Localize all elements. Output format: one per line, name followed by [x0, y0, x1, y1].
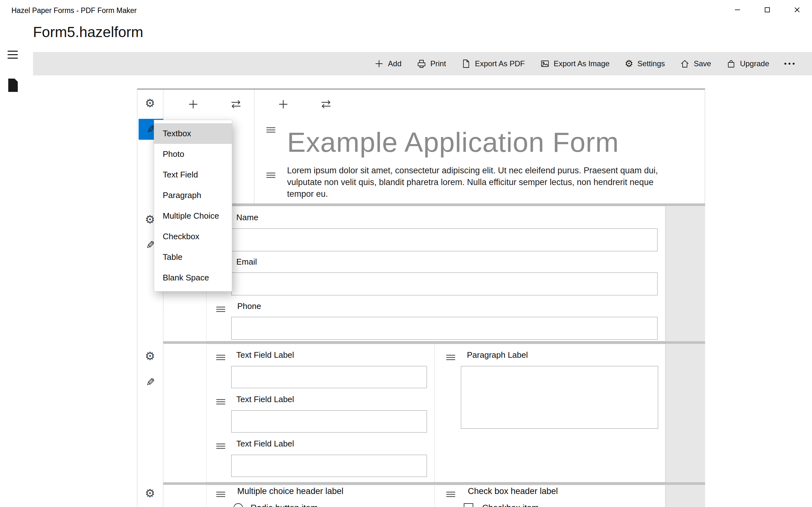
menu-item-photo[interactable]: Photo: [154, 144, 232, 164]
checkbox-icon[interactable]: [464, 503, 473, 507]
gear-icon: ⚙: [145, 98, 155, 109]
menu-item-text-field[interactable]: Text Field: [154, 164, 232, 185]
text-field-3-drag-handle[interactable]: [214, 441, 227, 453]
gear-icon: ⚙: [145, 350, 155, 362]
text-field-2-input[interactable]: [231, 410, 427, 433]
plus-icon: [374, 59, 384, 68]
text-field-2-label: Text Field Label: [236, 394, 294, 404]
window-controls: [722, 0, 812, 21]
reorder-columns-button[interactable]: [320, 99, 333, 111]
swap-arrows-icon: [320, 99, 333, 111]
phone-field-label: Phone: [237, 301, 261, 311]
app-sidebar: i: [0, 21, 26, 507]
phone-input[interactable]: [231, 317, 658, 340]
phone-field-drag-handle[interactable]: [214, 303, 227, 316]
home-icon: [680, 59, 690, 68]
divider: [435, 344, 435, 482]
canvas-margin: [665, 206, 705, 507]
checkbox-group-header: Check box header label: [468, 486, 558, 496]
multiple-choice-drag-handle[interactable]: [214, 489, 227, 501]
settings-button[interactable]: ⚙ Settings: [625, 59, 665, 68]
menu-item-paragraph[interactable]: Paragraph: [154, 185, 232, 206]
menu-item-table[interactable]: Table: [154, 247, 232, 268]
filename-title: Form5.hazelform: [33, 23, 143, 41]
menu-item-textbox[interactable]: Textbox: [154, 123, 232, 144]
paragraph-textarea[interactable]: [461, 366, 658, 429]
text-field-3-input[interactable]: [231, 455, 427, 477]
section-separator: [163, 204, 705, 206]
window-title: Hazel Paper Forms - PDF Form Maker: [11, 6, 137, 15]
form-description-drag-handle[interactable]: [264, 170, 277, 182]
form-title-drag-handle[interactable]: [264, 124, 277, 137]
upgrade-button[interactable]: Upgrade: [726, 59, 769, 68]
menu-item-blank-space[interactable]: Blank Space: [154, 268, 232, 288]
gear-icon: ⚙: [145, 488, 155, 499]
export-pdf-button[interactable]: Export As PDF: [461, 59, 525, 68]
paragraph-field-label: Paragraph Label: [467, 350, 528, 360]
email-field-label: Email: [236, 257, 257, 267]
text-field-2-drag-handle[interactable]: [214, 396, 227, 409]
toolbar: Add Print Export As PDF: [33, 52, 812, 75]
radio-item-label: Radio button item: [251, 503, 318, 507]
drag-handle-icon: [266, 127, 276, 134]
element-type-menu: Textbox Photo Text Field Paragraph Multi…: [154, 120, 232, 291]
printer-icon: [417, 59, 426, 68]
image-icon: [540, 59, 550, 68]
minimize-button[interactable]: [722, 0, 752, 21]
section1-settings-button[interactable]: ⚙: [144, 97, 156, 110]
text-field-1-input[interactable]: [231, 366, 427, 388]
section3-settings-button[interactable]: ⚙: [144, 350, 156, 362]
reorder-columns-button[interactable]: [230, 99, 242, 111]
bag-icon: [726, 59, 736, 68]
swap-arrows-icon: [230, 99, 242, 111]
drag-handle-icon: [216, 443, 226, 451]
checkbox-group-drag-handle[interactable]: [444, 489, 457, 501]
maximize-button[interactable]: [752, 0, 782, 21]
pencil-icon: ✎: [146, 239, 155, 250]
name-input[interactable]: [231, 228, 658, 251]
more-button[interactable]: [784, 63, 799, 65]
add-element-button[interactable]: [187, 99, 200, 111]
gear-icon: ⚙: [625, 59, 633, 68]
drag-handle-icon: [446, 491, 456, 499]
menu-item-checkbox[interactable]: Checkbox: [154, 226, 232, 247]
divider: [254, 89, 254, 204]
document-icon: [8, 88, 18, 93]
multiple-choice-header: Multiple choice header label: [237, 486, 344, 496]
document-icon: [461, 59, 471, 68]
ellipsis-icon: [784, 63, 795, 65]
form-title: Example Application Form: [287, 126, 619, 158]
drag-handle-icon: [446, 354, 456, 362]
divider: [435, 485, 435, 507]
menu-item-multiple-choice[interactable]: Multiple Choice: [154, 206, 232, 226]
close-icon: [794, 6, 801, 14]
drag-handle-icon: [216, 399, 226, 406]
section4-settings-button[interactable]: ⚙: [144, 487, 156, 500]
checkbox-item-label: Checkbox item: [482, 503, 539, 507]
text-field-1-drag-handle[interactable]: [214, 352, 227, 364]
app-window: Hazel Paper Forms - PDF Form Maker: [0, 0, 812, 507]
name-field-label: Name: [236, 212, 258, 222]
export-image-button[interactable]: Export As Image: [540, 59, 610, 68]
add-button[interactable]: Add: [374, 59, 402, 68]
plus-icon: [277, 98, 289, 112]
email-input[interactable]: [231, 273, 658, 295]
minimize-icon: [734, 6, 741, 14]
paragraph-field-drag-handle[interactable]: [444, 352, 457, 364]
drag-handle-icon: [216, 491, 226, 499]
document-tab[interactable]: [8, 78, 18, 93]
hamburger-icon: [8, 51, 18, 52]
print-button[interactable]: Print: [417, 59, 446, 68]
drag-handle-icon: [216, 306, 226, 314]
form-description: Lorem ipsum dolor sit amet, consectetur …: [287, 165, 678, 200]
drag-handle-icon: [266, 172, 276, 180]
window-titlebar: Hazel Paper Forms - PDF Form Maker: [0, 0, 812, 21]
save-button[interactable]: Save: [680, 59, 711, 68]
section3-edit-button[interactable]: ✎: [144, 376, 157, 389]
add-element-button[interactable]: [277, 99, 290, 111]
menu-button[interactable]: [8, 51, 18, 59]
text-field-3-label: Text Field Label: [236, 439, 294, 449]
section-separator: [163, 341, 705, 344]
plus-icon: [187, 98, 199, 112]
close-button[interactable]: [782, 0, 812, 21]
